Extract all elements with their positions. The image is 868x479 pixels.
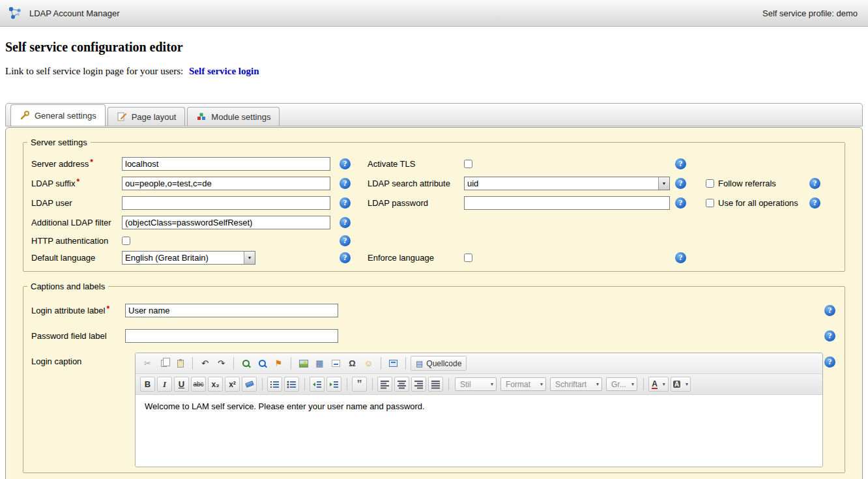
outdent-icon[interactable]	[310, 377, 325, 392]
source-button[interactable]: ▤ Quellcode	[411, 356, 467, 371]
help-icon[interactable]: ?	[340, 178, 351, 189]
align-left-icon[interactable]	[377, 377, 392, 392]
toolbar-separator	[304, 378, 305, 390]
bulleted-list-glyph	[287, 380, 297, 389]
help-icon[interactable]: ?	[824, 356, 835, 368]
ldap-user-input[interactable]	[122, 196, 330, 210]
tab-label: Module settings	[211, 112, 270, 122]
tab-label: Page layout	[132, 112, 177, 122]
help-icon[interactable]: ?	[824, 330, 835, 341]
blockquote-icon[interactable]: ”	[352, 377, 367, 392]
label-text: Server address	[31, 159, 89, 169]
http-authentication-checkbox[interactable]	[122, 237, 130, 245]
flag-icon[interactable]: ⚑	[271, 356, 286, 371]
help-icon[interactable]: ?	[340, 158, 351, 169]
align-center-icon[interactable]	[394, 377, 409, 392]
login-caption-label: Login caption	[31, 353, 125, 366]
iframe-icon[interactable]	[386, 356, 401, 371]
help-icon[interactable]: ?	[824, 305, 835, 316]
paste-glyph	[177, 360, 184, 368]
indent-icon[interactable]	[326, 377, 341, 392]
italic-icon[interactable]: I	[157, 377, 172, 392]
image-icon[interactable]	[296, 356, 311, 371]
tab-general-settings[interactable]: General settings	[10, 104, 106, 126]
toolbar-separator	[448, 378, 449, 390]
help-icon[interactable]: ?	[675, 158, 686, 169]
follow-referrals-checkbox[interactable]	[706, 179, 714, 188]
toolbar-separator	[233, 357, 234, 370]
cut-icon[interactable]: ✂	[140, 356, 155, 371]
align-right-icon[interactable]	[411, 377, 426, 392]
tab-page-layout[interactable]: Page layout	[108, 107, 186, 126]
help-icon[interactable]: ?	[809, 197, 820, 209]
ldap-password-input[interactable]	[464, 196, 670, 210]
chevron-down-icon: ▼	[658, 177, 669, 190]
bold-icon[interactable]: B	[140, 377, 155, 392]
help-icon[interactable]: ?	[675, 252, 686, 263]
additional-ldap-filter-input[interactable]	[122, 216, 330, 229]
default-language-select[interactable]: English (Great Britain) ▼	[122, 251, 255, 265]
lam-page: { "header": { "app_title": "LDAP Account…	[0, 0, 868, 479]
document-icon: ▤	[416, 359, 423, 368]
select-value: uid	[465, 177, 658, 190]
toolbar-separator	[372, 378, 373, 390]
captions-and-labels-section: Captions and labels Login attribute labe…	[23, 282, 845, 473]
login-caption-content[interactable]: Welcome to LAM self service. Please ente…	[136, 395, 822, 467]
login-caption-row: Login caption ✂ ↶ ↷ ⚑ ▦	[23, 353, 845, 467]
ldap-search-attribute-label: LDAP search attribute	[368, 179, 464, 188]
style-dropdown[interactable]: Stil ▾	[455, 377, 497, 391]
replace-icon[interactable]	[255, 356, 270, 371]
server-address-input[interactable]	[122, 157, 330, 171]
background-color-icon[interactable]: A ▾	[671, 377, 691, 392]
help-icon[interactable]: ?	[340, 217, 351, 228]
ldap-suffix-input[interactable]	[122, 177, 330, 190]
underline-icon[interactable]: U	[174, 377, 189, 392]
text-color-icon[interactable]: A ▾	[648, 377, 669, 392]
required-marker: *	[76, 177, 80, 186]
follow-referrals-group: Follow referrals	[706, 179, 809, 188]
table-icon[interactable]: ▦	[312, 356, 327, 371]
toolbar-separator	[192, 357, 193, 370]
help-icon[interactable]: ?	[340, 197, 351, 209]
activate-tls-checkbox[interactable]	[464, 160, 472, 168]
login-link-line: Link to self service login page for your…	[5, 66, 868, 77]
horizontal-rule-icon[interactable]	[328, 356, 343, 371]
align-justify-icon[interactable]	[428, 377, 443, 392]
copy-glyph	[161, 360, 167, 367]
use-for-all-operations-checkbox[interactable]	[706, 199, 714, 207]
http-authentication-row: HTTP authentication ?	[23, 232, 845, 249]
self-service-login-link[interactable]: Self service login	[189, 66, 259, 76]
bulleted-list-icon[interactable]	[284, 377, 299, 392]
login-attribute-label-input[interactable]	[125, 304, 338, 317]
redo-icon[interactable]: ↷	[214, 356, 229, 371]
font-size-dropdown[interactable]: Gr... ▾	[606, 377, 637, 391]
password-field-label-input[interactable]	[125, 329, 338, 343]
special-char-icon[interactable]: Ω	[345, 356, 360, 371]
subscript-icon[interactable]: x₂	[208, 377, 223, 392]
toolbar-separator	[347, 378, 347, 390]
ldap-search-attribute-select[interactable]: uid ▼	[464, 177, 670, 190]
superscript-icon[interactable]: x²	[225, 377, 240, 392]
enforce-language-checkbox[interactable]	[464, 254, 472, 262]
strikethrough-icon[interactable]: abc	[191, 377, 206, 392]
paste-icon[interactable]	[173, 356, 188, 371]
help-icon[interactable]: ?	[675, 197, 686, 209]
smiley-icon[interactable]: ☺	[361, 356, 376, 371]
chevron-down-icon: ▼	[244, 252, 255, 264]
checkbox-label: Use for all operations	[718, 198, 798, 208]
help-icon[interactable]: ?	[675, 178, 686, 189]
format-dropdown[interactable]: Format ▾	[500, 377, 546, 391]
tab-module-settings[interactable]: Module settings	[187, 107, 280, 126]
font-dropdown[interactable]: Schriftart ▾	[550, 377, 602, 391]
copy-icon[interactable]	[156, 356, 171, 371]
dropdown-label: Format	[506, 380, 530, 389]
outdent-glyph	[312, 380, 322, 389]
help-icon[interactable]: ?	[340, 252, 351, 263]
find-icon[interactable]	[239, 356, 253, 371]
chevron-down-icon: ▾	[686, 381, 688, 387]
remove-format-icon[interactable]	[242, 377, 257, 392]
numbered-list-icon[interactable]	[267, 377, 282, 392]
help-icon[interactable]: ?	[340, 235, 351, 246]
undo-icon[interactable]: ↶	[197, 356, 212, 371]
help-icon[interactable]: ?	[809, 178, 820, 189]
